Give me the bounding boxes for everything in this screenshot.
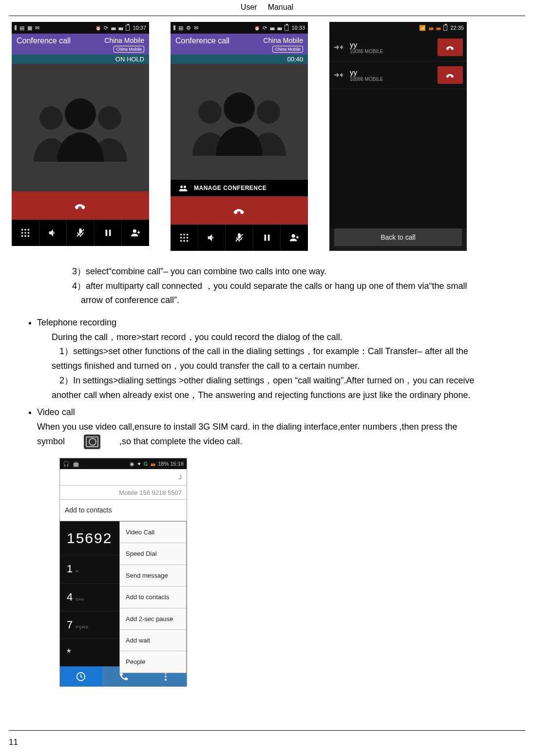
menu-add-to-contacts[interactable]: Add to contacts bbox=[120, 586, 186, 608]
recording-step-2-line-1: 2）In settings>dialing settings >other di… bbox=[59, 374, 525, 388]
message-icon: ✉ bbox=[35, 25, 39, 31]
svg-point-22 bbox=[183, 234, 185, 236]
sync-icon bbox=[104, 25, 108, 31]
hold-button[interactable] bbox=[253, 225, 281, 251]
menu-video-call[interactable]: Video Call bbox=[120, 522, 186, 543]
svg-point-10 bbox=[24, 235, 26, 237]
carrier-pill: China Mobile bbox=[114, 46, 144, 53]
svg-point-27 bbox=[180, 240, 182, 242]
signal-icon-2 bbox=[118, 25, 123, 31]
end-call-bar[interactable] bbox=[171, 196, 308, 225]
menu-speed-dial[interactable]: Speed Dial bbox=[120, 543, 186, 565]
signal-icon bbox=[111, 25, 115, 31]
call-title: Conference call bbox=[17, 37, 71, 45]
usb-icon bbox=[15, 25, 17, 30]
video-call-line-1: When you use video call,ensure to instal… bbox=[37, 420, 525, 435]
screenshot-conference-active: ▤ ⚙ ✉ 10:33 Conference call Chin bbox=[171, 22, 308, 251]
menu-add-wait[interactable]: Add wait bbox=[120, 630, 186, 651]
add-call-button[interactable] bbox=[281, 225, 308, 251]
video-call-line-2: symbol ,so that complete the video call. bbox=[37, 435, 525, 449]
sd-icon: ▦ bbox=[27, 25, 32, 31]
svg-point-37 bbox=[165, 679, 167, 680]
recording-step-2-line-2: another call when already exist one，The … bbox=[52, 388, 525, 403]
add-to-contacts-row[interactable]: Add to contacts bbox=[60, 500, 187, 521]
wifi-icon: ♥ bbox=[137, 459, 141, 468]
svg-point-6 bbox=[21, 232, 23, 234]
svg-point-26 bbox=[186, 237, 188, 239]
call-header: Conference call China Mobile China Mobil… bbox=[171, 34, 308, 55]
hangup-participant-button[interactable] bbox=[438, 66, 463, 84]
battery-icon bbox=[285, 25, 288, 31]
carrier-pill: China Mobile bbox=[272, 46, 303, 53]
call-button-row bbox=[171, 225, 308, 251]
page-number: 11 bbox=[9, 737, 18, 747]
svg-point-23 bbox=[186, 234, 188, 236]
add-call-button[interactable] bbox=[122, 220, 149, 246]
recording-step-1-line-1: 1）settings>set other functions of the ca… bbox=[59, 344, 525, 359]
battery-icon bbox=[126, 25, 130, 31]
screenshot-conference-on-hold: ▤ ▦ ✉ 10:37 Conference call Chin bbox=[12, 22, 149, 246]
svg-point-28 bbox=[183, 240, 185, 242]
signal-icon-2 bbox=[277, 25, 282, 31]
contact-name-field[interactable]: J bbox=[60, 469, 187, 486]
debug-icon: ⚙ bbox=[186, 25, 191, 31]
split-call-icon[interactable] bbox=[333, 43, 344, 51]
hangup-participant-button[interactable] bbox=[438, 38, 463, 56]
video-call-symbol-prefix: symbol bbox=[37, 436, 65, 446]
sim-icon: ▤ bbox=[178, 25, 183, 31]
wifi-icon: 📶 bbox=[419, 25, 426, 31]
svg-point-16 bbox=[198, 100, 222, 124]
svg-point-18 bbox=[224, 93, 255, 124]
call-header: Conference call China Mobile China Mobil… bbox=[12, 34, 149, 55]
step-3-text: 3）select“combine call”– you can combine … bbox=[72, 265, 525, 279]
dialer-overflow-menu: Video Call Speed Dial Send message Add t… bbox=[119, 521, 187, 673]
svg-point-17 bbox=[257, 100, 280, 124]
call-timer-strip: 00:40 bbox=[171, 55, 308, 64]
svg-point-19 bbox=[180, 186, 183, 188]
footer-rule bbox=[9, 730, 525, 731]
svg-point-33 bbox=[292, 234, 295, 238]
manage-conference-button[interactable]: MANAGE CONFERENCE bbox=[171, 180, 308, 196]
location-icon: ◉ bbox=[130, 459, 134, 468]
call-title: Conference call bbox=[175, 37, 229, 45]
hangup-icon bbox=[445, 42, 456, 53]
menu-send-message[interactable]: Send message bbox=[120, 565, 186, 586]
clock: 10:37 bbox=[133, 25, 146, 31]
hangup-icon bbox=[445, 70, 456, 80]
status-bar: ▤ ▦ ✉ 10:37 bbox=[12, 22, 149, 34]
signal-icon bbox=[270, 25, 274, 31]
svg-point-0 bbox=[39, 106, 63, 130]
header-rule bbox=[9, 16, 525, 16]
svg-point-25 bbox=[183, 237, 185, 239]
svg-point-29 bbox=[186, 240, 188, 242]
menu-people[interactable]: People bbox=[120, 651, 186, 672]
battery-icon bbox=[443, 25, 447, 31]
sim-icon: ▤ bbox=[19, 25, 24, 31]
speaker-button[interactable] bbox=[39, 220, 67, 246]
header-word-1: User bbox=[241, 3, 257, 11]
mute-button[interactable] bbox=[226, 225, 253, 251]
end-call-bar[interactable] bbox=[12, 191, 149, 220]
contact-number-field[interactable]: Mobile 156 9218 5507 bbox=[60, 486, 187, 499]
dialpad-button[interactable] bbox=[171, 225, 198, 251]
sync-icon bbox=[263, 25, 267, 31]
usb-icon bbox=[173, 25, 175, 30]
mute-button[interactable] bbox=[67, 220, 95, 246]
split-call-icon[interactable] bbox=[333, 71, 344, 79]
recording-step-1-line-2: settings finished and turned on，you coul… bbox=[52, 359, 525, 374]
step-4-text-line-1: 4）after multiparty call connected ，you c… bbox=[72, 279, 525, 294]
status-bar: ▤ ⚙ ✉ 10:33 bbox=[171, 22, 308, 34]
speaker-button[interactable] bbox=[198, 225, 226, 251]
screenshot-manage-conference-list: 📶 22:35 yy 10086 MOBILE bbox=[329, 22, 467, 251]
recents-button[interactable] bbox=[60, 666, 102, 686]
back-to-call-button[interactable]: Back to call bbox=[334, 228, 462, 246]
menu-add-2sec-pause[interactable]: Add 2-sec pause bbox=[120, 608, 186, 630]
svg-point-4 bbox=[24, 229, 26, 231]
alarm-icon bbox=[254, 25, 260, 31]
hold-button[interactable] bbox=[95, 220, 122, 246]
svg-point-20 bbox=[184, 186, 186, 188]
conference-participants-list: yy 10086 MOBILE yy 10086 MOBILE bbox=[329, 34, 467, 228]
svg-rect-32 bbox=[267, 235, 269, 241]
dialpad-button[interactable] bbox=[12, 220, 39, 246]
bullet-video-call: Video call When you use video call,ensur… bbox=[37, 405, 525, 449]
